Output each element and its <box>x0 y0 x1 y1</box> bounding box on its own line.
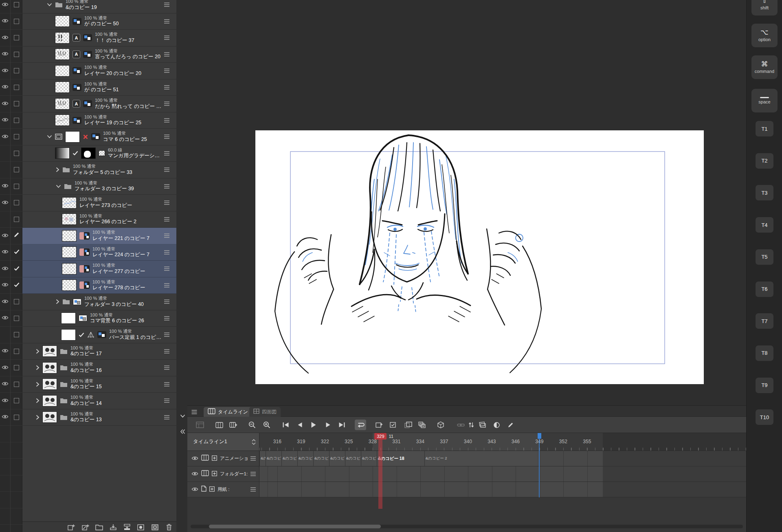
zoom-in-icon[interactable] <box>261 420 272 430</box>
loop-playback-icon[interactable] <box>355 420 366 430</box>
expand-collapse-icon[interactable] <box>36 365 40 370</box>
layer-menu-icon[interactable] <box>164 85 169 90</box>
draft-checkbox[interactable] <box>14 134 19 139</box>
layer-draft-cell[interactable] <box>11 426 22 442</box>
layer-visibility-cell[interactable] <box>0 30 10 46</box>
layer-thumbnail[interactable] <box>42 378 57 390</box>
layer-visibility-cell[interactable] <box>0 442 10 459</box>
show-multiple-cels-icon[interactable] <box>416 420 428 430</box>
animation-cel-clip[interactable]: &のコピ <box>266 451 281 466</box>
visibility-eye-icon[interactable] <box>2 364 9 372</box>
visibility-eye-icon[interactable] <box>2 1 9 9</box>
animation-cel-clip[interactable]: &のコピー 2 <box>424 451 538 466</box>
layer-visibility-cell[interactable] <box>0 195 10 211</box>
layer-thumbnail[interactable] <box>62 197 77 209</box>
expand-collapse-icon[interactable] <box>36 382 40 387</box>
layer-visibility-cell[interactable] <box>0 244 10 261</box>
layer-visibility-cell[interactable] <box>0 112 10 129</box>
visibility-eye-icon[interactable] <box>2 182 9 190</box>
modifier-key-shift[interactable]: ⇧shift <box>751 0 778 15</box>
layer-menu-icon[interactable] <box>164 167 169 172</box>
layer-menu-icon[interactable] <box>164 365 169 370</box>
animation-cel-clip[interactable]: &のコピ <box>297 451 313 466</box>
layer-menu-icon[interactable] <box>164 200 169 205</box>
draft-checkbox[interactable] <box>14 167 19 172</box>
layer-row[interactable]: 100 % 通常フォルダー 3 のコピー 39 <box>22 178 176 195</box>
draft-checkbox[interactable] <box>14 316 19 321</box>
layer-visibility-cell[interactable] <box>0 79 10 96</box>
delete-layer-icon[interactable] <box>165 523 173 531</box>
visibility-eye-icon[interactable] <box>2 281 9 289</box>
expand-collapse-icon[interactable] <box>36 398 40 403</box>
new-vector-layer-icon[interactable] <box>81 523 90 531</box>
expand-collapse-icon[interactable] <box>56 299 59 304</box>
layer-draft-cell[interactable] <box>11 442 22 459</box>
collapse-list-chevron-icon[interactable] <box>179 412 186 420</box>
layer-menu-icon[interactable] <box>164 266 169 271</box>
onion-skin-icon[interactable] <box>402 420 414 430</box>
layer-color-icon[interactable] <box>79 281 90 289</box>
layer-row[interactable]: A100 % 通常！！ のコピー 37 <box>22 30 176 46</box>
storyboard-icon[interactable] <box>194 420 206 430</box>
layer-draft-cell[interactable] <box>11 30 22 46</box>
layer-menu-icon[interactable] <box>164 151 169 156</box>
draft-checkbox[interactable] <box>14 118 19 123</box>
light-table-icon[interactable] <box>477 420 488 430</box>
visibility-eye-icon[interactable] <box>2 34 9 42</box>
layer-thumbnail[interactable] <box>62 263 77 275</box>
layer-menu-icon[interactable] <box>164 52 169 57</box>
track-header[interactable]: 用紙 : <box>187 482 259 497</box>
next-frame-icon[interactable] <box>322 420 334 430</box>
visibility-eye-icon[interactable] <box>2 51 9 58</box>
layer-draft-cell[interactable] <box>11 409 22 426</box>
layer-visibility-cell[interactable] <box>0 393 10 409</box>
layer-row[interactable]: 100 % 通常フォルダー 3 のコピー 40 <box>22 294 176 310</box>
animation-cel-clip[interactable]: &のコピー 18 <box>377 451 424 466</box>
new-folder-icon[interactable] <box>95 523 103 531</box>
shortcut-key-t8[interactable]: T8 <box>756 345 773 361</box>
layer-draft-cell[interactable] <box>11 13 22 30</box>
layer-draft-cell[interactable] <box>11 96 22 112</box>
layer-visibility-cell[interactable] <box>0 228 10 244</box>
layer-color-icon[interactable] <box>73 299 81 305</box>
layer-menu-icon[interactable] <box>164 101 169 106</box>
animation-cel-clip[interactable]: &のコピ <box>361 451 377 466</box>
layer-thumbnail[interactable] <box>55 147 70 159</box>
visibility-eye-icon[interactable] <box>2 314 9 322</box>
visibility-eye-icon[interactable] <box>2 380 9 388</box>
layer-row[interactable]: 100 % 通常&のコピー 17 <box>22 343 176 360</box>
layer-draft-cell[interactable] <box>11 475 22 492</box>
track-visibility-eye-icon[interactable] <box>191 470 198 478</box>
shortcut-key-t6[interactable]: T6 <box>756 281 773 297</box>
layer-color-icon[interactable] <box>72 117 81 124</box>
layer-color-icon[interactable] <box>91 133 100 140</box>
layer-menu-icon[interactable] <box>164 184 169 189</box>
layer-color-icon[interactable] <box>72 84 81 91</box>
layer-row[interactable]: 100 % 通常が のコピー 50 <box>22 13 176 30</box>
layer-draft-cell[interactable] <box>11 211 22 228</box>
layer-row[interactable]: 100 % 通常レイヤー 266 のコピー 2 <box>22 211 176 228</box>
timeline-switcher-spinner[interactable] <box>252 439 256 445</box>
visibility-eye-icon[interactable] <box>2 133 9 141</box>
layer-menu-icon[interactable] <box>164 299 169 304</box>
layer-thumbnail[interactable] <box>42 362 57 374</box>
layer-color-icon[interactable] <box>83 51 92 58</box>
layer-visibility-cell[interactable] <box>0 96 10 112</box>
layer-draft-cell[interactable] <box>11 294 22 310</box>
scrollbar-thumb[interactable] <box>209 525 381 528</box>
shortcut-key-t5[interactable]: T5 <box>756 249 773 265</box>
layer-thumbnail[interactable] <box>62 246 77 258</box>
layer-thumbnail[interactable] <box>61 312 76 324</box>
layer-color-icon[interactable] <box>83 34 92 41</box>
layer-row[interactable]: A100 % 通常言ってんだろっ のコピー 20 <box>22 46 176 63</box>
layer-draft-cell[interactable] <box>11 129 22 145</box>
layer-row[interactable]: 100 % 通常フォルダー 5 のコピー 33 <box>22 162 176 178</box>
track-lane[interactable]: &の&のコピ&のコピ&のコピ&のコピ&のコピ&のコピ&のコピ&のコピー 18&の… <box>259 451 746 466</box>
layer-visibility-cell[interactable] <box>0 343 10 360</box>
expand-collapse-icon[interactable] <box>56 185 61 188</box>
layer-menu-icon[interactable] <box>164 217 169 222</box>
visibility-eye-icon[interactable] <box>2 397 9 404</box>
layer-row[interactable]: 100 % 通常が のコピー 51 <box>22 79 176 96</box>
apply-layer-mask-icon[interactable] <box>151 523 159 531</box>
draft-checkbox[interactable] <box>14 2 19 7</box>
